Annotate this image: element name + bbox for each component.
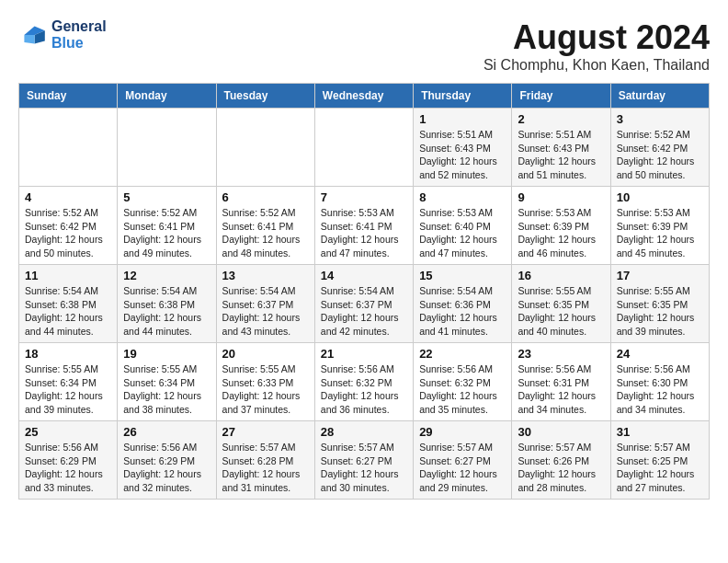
logo-text: General Blue [51,18,107,51]
title-block: August 2024 Si Chomphu, Khon Kaen, Thail… [483,18,710,74]
calendar-table: SundayMondayTuesdayWednesdayThursdayFrid… [18,83,710,500]
day-info: Sunrise: 5:52 AM Sunset: 6:41 PM Dayligh… [222,206,309,260]
page-header: General Blue August 2024 Si Chomphu, Kho… [18,18,710,74]
day-info: Sunrise: 5:57 AM Sunset: 6:27 PM Dayligh… [419,441,506,495]
calendar-cell: 25Sunrise: 5:56 AM Sunset: 6:29 PM Dayli… [19,421,118,500]
header-cell-sunday: Sunday [19,84,118,109]
day-number: 19 [123,347,210,361]
day-info: Sunrise: 5:57 AM Sunset: 6:25 PM Dayligh… [617,441,703,495]
calendar-cell: 5Sunrise: 5:52 AM Sunset: 6:41 PM Daylig… [118,187,216,265]
calendar-cell: 11Sunrise: 5:54 AM Sunset: 6:38 PM Dayli… [19,265,118,343]
day-number: 26 [123,425,210,439]
day-info: Sunrise: 5:53 AM Sunset: 6:41 PM Dayligh… [321,206,407,260]
day-number: 27 [222,425,309,439]
calendar-cell: 28Sunrise: 5:57 AM Sunset: 6:27 PM Dayli… [314,421,413,500]
calendar-cell: 3Sunrise: 5:52 AM Sunset: 6:42 PM Daylig… [610,109,709,187]
day-info: Sunrise: 5:53 AM Sunset: 6:39 PM Dayligh… [518,206,604,260]
day-info: Sunrise: 5:55 AM Sunset: 6:35 PM Dayligh… [617,284,703,339]
calendar-cell: 13Sunrise: 5:54 AM Sunset: 6:37 PM Dayli… [216,265,314,343]
day-number: 4 [25,190,111,204]
day-number: 3 [617,112,703,126]
day-number: 1 [419,112,506,126]
calendar-cell [19,109,118,187]
day-info: Sunrise: 5:54 AM Sunset: 6:37 PM Dayligh… [321,284,407,339]
day-info: Sunrise: 5:54 AM Sunset: 6:36 PM Dayligh… [419,284,506,339]
calendar-cell: 15Sunrise: 5:54 AM Sunset: 6:36 PM Dayli… [414,265,512,343]
week-row-2: 4Sunrise: 5:52 AM Sunset: 6:42 PM Daylig… [19,187,710,265]
calendar-cell [314,109,413,187]
calendar-cell: 4Sunrise: 5:52 AM Sunset: 6:42 PM Daylig… [19,187,118,265]
day-number: 13 [222,269,309,282]
day-number: 20 [222,347,309,361]
page-title: August 2024 [483,18,710,57]
calendar-cell: 19Sunrise: 5:55 AM Sunset: 6:34 PM Dayli… [118,343,216,421]
logo-icon [18,20,48,50]
calendar-cell: 18Sunrise: 5:55 AM Sunset: 6:34 PM Dayli… [19,343,118,421]
day-number: 22 [419,347,506,361]
day-info: Sunrise: 5:54 AM Sunset: 6:38 PM Dayligh… [25,284,111,339]
calendar-cell: 23Sunrise: 5:56 AM Sunset: 6:31 PM Dayli… [512,343,610,421]
calendar-cell: 21Sunrise: 5:56 AM Sunset: 6:32 PM Dayli… [314,343,413,421]
day-info: Sunrise: 5:56 AM Sunset: 6:29 PM Dayligh… [25,441,111,495]
day-info: Sunrise: 5:56 AM Sunset: 6:29 PM Dayligh… [123,441,210,495]
day-info: Sunrise: 5:57 AM Sunset: 6:26 PM Dayligh… [518,441,604,495]
calendar-cell [216,109,314,187]
calendar-cell: 6Sunrise: 5:52 AM Sunset: 6:41 PM Daylig… [216,187,314,265]
day-info: Sunrise: 5:51 AM Sunset: 6:43 PM Dayligh… [518,128,604,182]
calendar-cell: 7Sunrise: 5:53 AM Sunset: 6:41 PM Daylig… [314,187,413,265]
calendar-cell: 30Sunrise: 5:57 AM Sunset: 6:26 PM Dayli… [512,421,610,500]
calendar-cell [118,109,216,187]
day-info: Sunrise: 5:56 AM Sunset: 6:32 PM Dayligh… [419,362,506,417]
day-number: 30 [518,425,604,439]
day-info: Sunrise: 5:52 AM Sunset: 6:42 PM Dayligh… [25,206,111,260]
day-number: 15 [419,269,506,282]
day-number: 14 [321,269,407,282]
calendar-cell: 31Sunrise: 5:57 AM Sunset: 6:25 PM Dayli… [610,421,709,500]
day-number: 9 [518,190,604,204]
calendar-cell: 29Sunrise: 5:57 AM Sunset: 6:27 PM Dayli… [414,421,512,500]
day-info: Sunrise: 5:54 AM Sunset: 6:37 PM Dayligh… [222,284,309,339]
calendar-cell: 17Sunrise: 5:55 AM Sunset: 6:35 PM Dayli… [610,265,709,343]
calendar-cell: 9Sunrise: 5:53 AM Sunset: 6:39 PM Daylig… [512,187,610,265]
day-number: 6 [222,190,309,204]
day-number: 18 [25,347,111,361]
week-row-5: 25Sunrise: 5:56 AM Sunset: 6:29 PM Dayli… [19,421,710,500]
day-info: Sunrise: 5:54 AM Sunset: 6:38 PM Dayligh… [123,284,210,339]
day-number: 23 [518,347,604,361]
day-info: Sunrise: 5:53 AM Sunset: 6:39 PM Dayligh… [617,206,703,260]
day-number: 28 [321,425,407,439]
week-row-1: 1Sunrise: 5:51 AM Sunset: 6:43 PM Daylig… [19,109,710,187]
calendar-cell: 20Sunrise: 5:55 AM Sunset: 6:33 PM Dayli… [216,343,314,421]
day-info: Sunrise: 5:53 AM Sunset: 6:40 PM Dayligh… [419,206,506,260]
day-number: 5 [123,190,210,204]
calendar-cell: 14Sunrise: 5:54 AM Sunset: 6:37 PM Dayli… [314,265,413,343]
calendar-header: SundayMondayTuesdayWednesdayThursdayFrid… [19,84,710,109]
day-info: Sunrise: 5:57 AM Sunset: 6:27 PM Dayligh… [321,441,407,495]
calendar-cell: 10Sunrise: 5:53 AM Sunset: 6:39 PM Dayli… [610,187,709,265]
calendar-cell: 16Sunrise: 5:55 AM Sunset: 6:35 PM Dayli… [512,265,610,343]
day-number: 8 [419,190,506,204]
day-number: 2 [518,112,604,126]
header-cell-tuesday: Tuesday [216,84,314,109]
calendar-cell: 22Sunrise: 5:56 AM Sunset: 6:32 PM Dayli… [414,343,512,421]
page-subtitle: Si Chomphu, Khon Kaen, Thailand [483,57,710,74]
day-info: Sunrise: 5:55 AM Sunset: 6:33 PM Dayligh… [222,362,309,417]
header-row: SundayMondayTuesdayWednesdayThursdayFrid… [19,84,710,109]
calendar-cell: 8Sunrise: 5:53 AM Sunset: 6:40 PM Daylig… [414,187,512,265]
day-number: 11 [25,269,111,282]
day-info: Sunrise: 5:56 AM Sunset: 6:31 PM Dayligh… [518,362,604,417]
calendar-cell: 27Sunrise: 5:57 AM Sunset: 6:28 PM Dayli… [216,421,314,500]
calendar-cell: 1Sunrise: 5:51 AM Sunset: 6:43 PM Daylig… [414,109,512,187]
day-number: 29 [419,425,506,439]
calendar-cell: 2Sunrise: 5:51 AM Sunset: 6:43 PM Daylig… [512,109,610,187]
header-cell-thursday: Thursday [414,84,512,109]
day-number: 12 [123,269,210,282]
day-info: Sunrise: 5:55 AM Sunset: 6:35 PM Dayligh… [518,284,604,339]
day-info: Sunrise: 5:52 AM Sunset: 6:42 PM Dayligh… [617,128,703,182]
day-number: 7 [321,190,407,204]
day-number: 31 [617,425,703,439]
day-number: 21 [321,347,407,361]
calendar-cell: 24Sunrise: 5:56 AM Sunset: 6:30 PM Dayli… [610,343,709,421]
week-row-3: 11Sunrise: 5:54 AM Sunset: 6:38 PM Dayli… [19,265,710,343]
day-info: Sunrise: 5:57 AM Sunset: 6:28 PM Dayligh… [222,441,309,495]
